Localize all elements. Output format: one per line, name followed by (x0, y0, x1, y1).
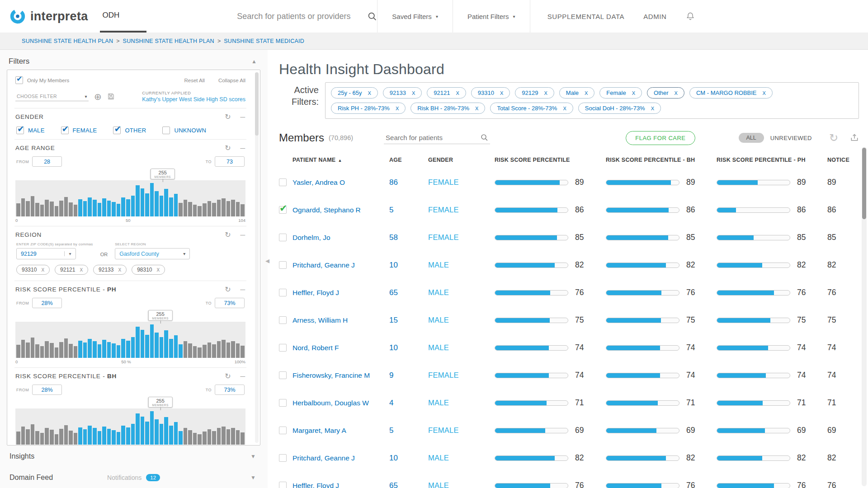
row-checkbox[interactable] (279, 344, 287, 352)
checkbox-checked[interactable] (16, 127, 24, 134)
patient-name-link[interactable]: Margaret, Mary A (292, 427, 389, 435)
row-checkbox[interactable] (279, 234, 287, 241)
patient-name-link[interactable]: Fisherowsky, Francine M (292, 371, 389, 380)
toggle-all[interactable]: ALL (739, 133, 764, 143)
reset-section-icon[interactable]: ↻ (225, 144, 231, 152)
collapse-section-icon[interactable]: ─ (241, 286, 245, 293)
gender-option-other[interactable]: OTHER (113, 127, 146, 134)
reset-section-icon[interactable]: ↻ (225, 113, 231, 121)
remove-filter-icon[interactable]: X (563, 106, 566, 111)
remove-filter-icon[interactable]: X (475, 106, 478, 111)
patient-filters-menu[interactable]: Patient Filters ▾ (453, 0, 530, 33)
row-checkbox[interactable] (279, 261, 287, 269)
collapse-section-icon[interactable]: ─ (241, 231, 245, 239)
risk-ph-from-input[interactable] (32, 298, 62, 308)
saved-filters-menu[interactable]: Saved Filters ▾ (377, 0, 453, 33)
gender-option-unknown[interactable]: UNKNOWN (162, 127, 206, 134)
col-risk-score[interactable]: RISK SCORE PERCENTILE (495, 157, 606, 163)
patient-name-link[interactable]: Yasler, Andrea O (292, 178, 389, 187)
remove-filter-icon[interactable]: X (632, 90, 635, 96)
applied-filter-link[interactable]: Kathy's Upper West Side High SD scores (142, 96, 245, 103)
collapse-all-link[interactable]: Collapse All (218, 78, 245, 83)
collapse-section-icon[interactable]: ─ (241, 144, 245, 152)
row-checkbox[interactable] (279, 482, 287, 488)
risk-bh-histogram-bars[interactable] (15, 408, 245, 445)
remove-filter-icon[interactable]: X (368, 90, 371, 96)
filters-scrollbar-thumb[interactable] (255, 72, 259, 136)
choose-filter-select[interactable]: CHOOSE FILTER ▾ (15, 92, 89, 101)
global-search-input[interactable] (237, 12, 361, 21)
nav-admin[interactable]: ADMIN (643, 13, 666, 20)
breadcrumb-link[interactable]: SUNSHINE STATE HEALTH PLAN (123, 38, 214, 44)
patient-name-link[interactable]: Dorhelm, Jo (292, 234, 389, 242)
remove-filter-icon[interactable]: X (585, 90, 588, 96)
vertical-scrollbar[interactable] (862, 147, 867, 486)
risk-bh-from-input[interactable] (32, 385, 62, 395)
only-my-members-checkbox[interactable] (15, 76, 23, 84)
patient-name-link[interactable]: Ognardd, Stephano R (292, 206, 389, 214)
expand-down-icon[interactable]: ▼ (250, 474, 256, 481)
chevron-down-icon[interactable]: ▾ (64, 251, 75, 256)
flagged-check-icon[interactable] (279, 206, 287, 214)
gender-option-male[interactable]: MALE (16, 127, 45, 134)
only-my-members[interactable]: Only My Members (15, 76, 69, 84)
row-checkbox[interactable] (279, 399, 287, 407)
breadcrumb-link[interactable]: SUNSHINE STATE HEALTH PLAN (22, 38, 113, 44)
filters-scrollbar[interactable] (255, 72, 259, 443)
reset-section-icon[interactable]: ↻ (225, 372, 231, 380)
tab-odh[interactable]: ODH (100, 0, 147, 33)
domain-feed-panel[interactable]: Domain Feed Notifications 12 ▼ (7, 467, 260, 488)
global-search[interactable] (237, 0, 377, 33)
reset-section-icon[interactable]: ↻ (225, 230, 231, 239)
scrollbar-thumb[interactable] (862, 148, 866, 219)
save-filter-icon[interactable] (107, 93, 115, 100)
export-icon[interactable] (850, 133, 859, 142)
filters-header[interactable]: Filters ▲ (7, 55, 260, 70)
checkbox-checked[interactable] (61, 127, 69, 134)
insights-panel[interactable]: Insights ▼ (7, 446, 260, 467)
remove-filter-icon[interactable]: X (456, 90, 459, 96)
reset-all-link[interactable]: Reset All (184, 78, 205, 83)
row-checkbox[interactable] (279, 454, 287, 462)
row-checkbox[interactable] (279, 371, 287, 379)
col-risk-score-bh[interactable]: RISK SCORE PERCENTILE - BH (606, 157, 717, 163)
add-filter-icon[interactable]: ⊕ (94, 91, 102, 102)
col-risk-score-ph[interactable]: RISK SCORE PERCENTILE - PH (717, 157, 827, 163)
remove-filter-icon[interactable]: X (763, 90, 766, 96)
checkbox-unchecked[interactable] (162, 127, 170, 134)
nav-supplemental-data[interactable]: SUPPLEMENTAL DATA (547, 13, 625, 20)
row-checkbox[interactable] (279, 316, 287, 324)
col-age[interactable]: AGE (389, 157, 428, 163)
risk-ph-histogram-bars[interactable] (15, 322, 245, 358)
breadcrumb-link[interactable]: SUNSHINE STATE MEDICAID (224, 38, 304, 44)
expand-down-icon[interactable]: ▼ (250, 453, 256, 460)
flag-for-care-button[interactable]: FLAG FOR CARE (626, 131, 695, 145)
row-checkbox[interactable] (279, 289, 287, 296)
col-gender[interactable]: GENDER (428, 157, 495, 163)
zip-input-box[interactable]: ▾ (16, 248, 76, 259)
age-histogram-bars[interactable] (15, 180, 245, 216)
patient-name-link[interactable]: Heffler, Floyd J (292, 289, 389, 297)
patient-name-link[interactable]: Pritchard, Geanne J (292, 454, 389, 462)
refresh-icon[interactable]: ↻ (829, 133, 838, 142)
collapse-section-icon[interactable]: ─ (241, 113, 245, 121)
reset-section-icon[interactable]: ↻ (225, 285, 231, 294)
checkbox-checked[interactable] (113, 127, 121, 134)
patient-name-link[interactable]: Heffler, Floyd J (292, 482, 389, 488)
notifications-bell-icon[interactable] (686, 11, 695, 21)
remove-zip-icon[interactable]: X (41, 267, 44, 272)
risk-bh-to-input[interactable] (215, 385, 245, 395)
gender-option-female[interactable]: FEMALE (61, 127, 97, 134)
remove-filter-icon[interactable]: X (396, 106, 399, 111)
patient-name-link[interactable]: Herbalboum, Douglas W (292, 399, 389, 407)
remove-filter-icon[interactable]: X (675, 90, 678, 96)
remove-zip-icon[interactable]: X (80, 267, 83, 272)
collapse-section-icon[interactable]: ─ (241, 372, 245, 380)
region-select[interactable]: Gasford County ▾ (115, 248, 190, 259)
patient-name-link[interactable]: Pritchard, Geanne J (292, 261, 389, 269)
patient-name-link[interactable]: Arness, William H (292, 316, 389, 324)
col-patient-name[interactable]: PATIENT NAME▲ (292, 157, 389, 163)
patient-search[interactable] (384, 131, 490, 144)
remove-filter-icon[interactable]: X (500, 90, 503, 96)
remove-zip-icon[interactable]: X (157, 267, 160, 272)
